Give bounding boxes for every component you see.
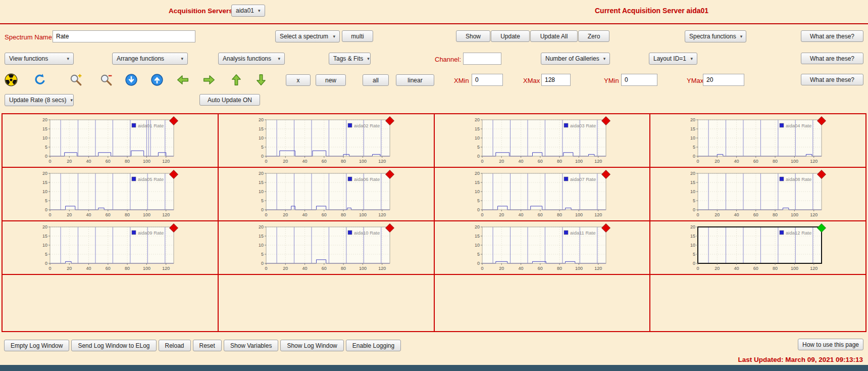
spectrum-chart[interactable]: 02040608010012005101520aida06 Rate xyxy=(251,169,400,220)
view-functions-dropdown[interactable]: View functions ▾ xyxy=(5,53,74,65)
svg-text:0: 0 xyxy=(481,159,483,164)
radiation-icon[interactable] xyxy=(5,73,18,86)
tags-fits-dropdown[interactable]: Tags & Fits ▾ xyxy=(329,53,371,65)
select-spectrum-dropdown[interactable]: Select a spectrum ▾ xyxy=(275,30,340,42)
x-button[interactable]: x xyxy=(286,74,311,86)
chart-cell-aida07[interactable]: 02040608010012005101520aida07 Rate xyxy=(434,167,650,221)
chart-cell-aida11[interactable]: 02040608010012005101520aida11 Rate xyxy=(434,221,650,274)
svg-text:20: 20 xyxy=(259,117,264,122)
xmax-input[interactable] xyxy=(541,74,571,86)
show-button[interactable]: Show xyxy=(456,30,490,42)
what-are-these-button-2[interactable]: What are these? xyxy=(801,53,863,64)
chart-cell-aida08[interactable]: 02040608010012005101520aida08 Rate xyxy=(650,167,866,221)
new-button[interactable]: new xyxy=(316,74,346,86)
all-button[interactable]: all xyxy=(363,74,389,86)
footer-button-show-log-window[interactable]: Show Log Window xyxy=(280,340,343,351)
how-to-use-button[interactable]: How to use this page xyxy=(798,339,863,350)
svg-text:20: 20 xyxy=(474,224,479,229)
svg-text:120: 120 xyxy=(810,159,818,164)
linear-button[interactable]: linear xyxy=(396,74,434,86)
zoom-out-icon[interactable] xyxy=(99,73,113,86)
chart-cell-aida02[interactable]: 02040608010012005101520aida02 Rate xyxy=(218,114,434,167)
spectrum-name-input[interactable] xyxy=(53,30,195,42)
svg-text:5: 5 xyxy=(45,252,47,257)
footer-button-empty-log-window[interactable]: Empty Log Window xyxy=(4,340,69,351)
spectrum-chart[interactable]: 02040608010012005101520aida08 Rate xyxy=(683,169,832,220)
spectrum-chart[interactable]: 02040608010012005101520aida01 Rate xyxy=(35,116,184,166)
empty-cell xyxy=(218,274,434,332)
svg-text:80: 80 xyxy=(341,159,346,164)
ymin-input[interactable] xyxy=(621,74,657,86)
update-button[interactable]: Update xyxy=(491,30,530,42)
svg-text:aida04 Rate: aida04 Rate xyxy=(786,123,811,128)
svg-text:20: 20 xyxy=(499,159,504,164)
ymax-input[interactable] xyxy=(703,74,744,86)
zero-button[interactable]: Zero xyxy=(578,30,609,42)
update-rate-label: Update Rate (8 secs) xyxy=(9,97,66,104)
ball-up-icon[interactable] xyxy=(150,73,164,86)
svg-text:5: 5 xyxy=(693,252,695,257)
chart-cell-aida03[interactable]: 02040608010012005101520aida03 Rate xyxy=(434,114,650,167)
footer-button-reload[interactable]: Reload xyxy=(159,340,191,351)
ball-down-icon[interactable] xyxy=(125,73,138,86)
svg-text:aida08 Rate: aida08 Rate xyxy=(786,176,811,182)
svg-text:40: 40 xyxy=(86,266,91,271)
analysis-functions-dropdown[interactable]: Analysis functions ▾ xyxy=(218,53,285,65)
xmin-input[interactable] xyxy=(472,74,503,86)
auto-update-button[interactable]: Auto Update ON xyxy=(199,94,260,106)
arrow-left-icon[interactable] xyxy=(176,73,189,86)
layout-id-dropdown[interactable]: Layout ID=1 ▾ xyxy=(649,53,697,65)
footer-button-send-log-window-to-elog[interactable]: Send Log Window to ELog xyxy=(71,340,156,351)
arrow-right-icon[interactable] xyxy=(202,73,216,86)
chart-cell-aida06[interactable]: 02040608010012005101520aida06 Rate xyxy=(218,167,434,221)
spectrum-chart[interactable]: 02040608010012005101520aida10 Rate xyxy=(251,223,400,273)
svg-text:40: 40 xyxy=(734,266,739,271)
chart-cell-aida04[interactable]: 02040608010012005101520aida04 Rate xyxy=(650,114,866,167)
spectrum-chart[interactable]: 02040608010012005101520aida02 Rate xyxy=(251,116,400,166)
chart-cell-aida12[interactable]: 02040608010012005101520aida12 Rate xyxy=(650,221,866,274)
footer-buttons: Empty Log WindowSend Log Window to ELogR… xyxy=(4,340,401,351)
number-of-galleries-dropdown[interactable]: Number of Galleries ▾ xyxy=(541,53,610,65)
spectrum-chart[interactable]: 02040608010012005101520aida03 Rate xyxy=(467,116,617,166)
multi-button[interactable]: multi xyxy=(342,30,373,42)
chart-cell-aida01[interactable]: 02040608010012005101520aida01 Rate xyxy=(2,114,218,167)
chart-cell-aida05[interactable]: 02040608010012005101520aida05 Rate xyxy=(2,167,218,221)
svg-text:60: 60 xyxy=(753,266,758,271)
svg-text:15: 15 xyxy=(259,180,264,185)
spectra-functions-dropdown[interactable]: Spectra functions ▾ xyxy=(685,30,746,42)
spectrum-chart[interactable]: 02040608010012005101520aida07 Rate xyxy=(467,169,617,220)
what-are-these-button-1[interactable]: What are these? xyxy=(801,30,863,42)
svg-text:80: 80 xyxy=(557,212,562,217)
chart-cell-aida10[interactable]: 02040608010012005101520aida10 Rate xyxy=(218,221,434,274)
spectrum-chart[interactable]: 02040608010012005101520aida09 Rate xyxy=(35,223,184,273)
svg-text:80: 80 xyxy=(341,266,346,271)
arrange-functions-label: Arrange functions xyxy=(117,55,164,62)
svg-text:100: 100 xyxy=(359,266,367,271)
zoom-in-icon[interactable] xyxy=(69,73,82,86)
svg-text:15: 15 xyxy=(42,234,47,239)
svg-text:0: 0 xyxy=(261,261,264,266)
refresh-icon[interactable] xyxy=(33,73,46,86)
spectrum-chart[interactable]: 02040608010012005101520aida11 Rate xyxy=(467,223,617,273)
svg-text:5: 5 xyxy=(477,145,479,150)
svg-text:40: 40 xyxy=(302,159,307,164)
update-all-button[interactable]: Update All xyxy=(530,30,578,42)
svg-text:0: 0 xyxy=(45,261,47,266)
empty-cell xyxy=(2,274,218,332)
update-rate-dropdown[interactable]: Update Rate (8 secs) ▾ xyxy=(5,94,74,106)
spectrum-chart[interactable]: 02040608010012005101520aida04 Rate xyxy=(683,116,832,166)
channel-input[interactable] xyxy=(463,53,501,65)
footer-button-reset[interactable]: Reset xyxy=(193,340,222,351)
spectrum-chart[interactable]: 02040608010012005101520aida12 Rate xyxy=(683,223,832,273)
what-are-these-button-3[interactable]: What are these? xyxy=(801,74,863,85)
svg-text:20: 20 xyxy=(67,212,72,217)
chart-cell-aida09[interactable]: 02040608010012005101520aida09 Rate xyxy=(2,221,218,274)
arrow-up-icon[interactable] xyxy=(230,73,243,86)
arrow-down-icon[interactable] xyxy=(254,73,268,86)
footer-button-enable-logging[interactable]: Enable Logging xyxy=(346,340,401,351)
footer-button-show-variables[interactable]: Show Variables xyxy=(224,340,279,351)
svg-text:15: 15 xyxy=(259,234,264,239)
svg-text:15: 15 xyxy=(690,126,695,131)
spectrum-chart[interactable]: 02040608010012005101520aida05 Rate xyxy=(35,169,184,220)
arrange-functions-dropdown[interactable]: Arrange functions ▾ xyxy=(112,53,188,65)
